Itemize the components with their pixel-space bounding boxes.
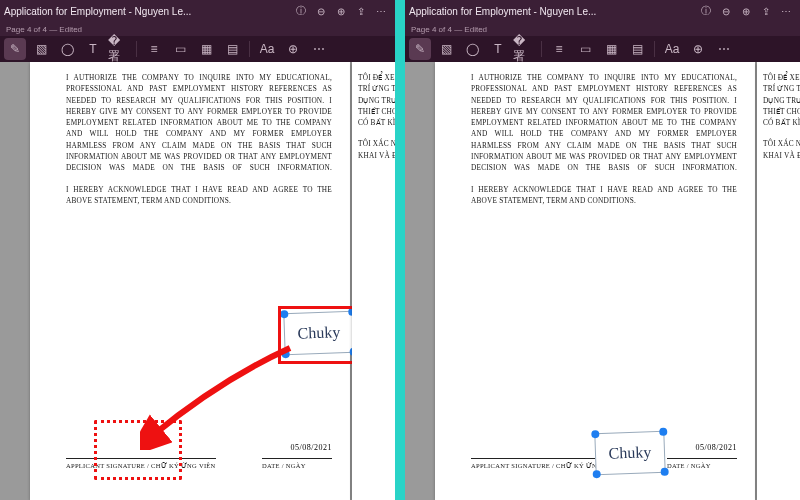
note-tool-icon[interactable]: ▭: [574, 38, 596, 60]
side-block: TÔI ĐỂ XEM XÉT KHẢ NĂ TRÍ ỨNG TUYỂN. ĐỒN…: [358, 72, 395, 128]
pen-tool-icon[interactable]: ✎: [409, 38, 431, 60]
info-icon[interactable]: ⓘ: [291, 1, 311, 21]
font-tool-icon[interactable]: Aa: [661, 38, 683, 60]
date-value: 05/08/2021: [696, 443, 737, 452]
markup-toolbar: ✎ ▧ ◯ T �署 ≡ ▭ ▦ ▤ Aa ⊕ ⋯: [405, 36, 800, 62]
grid-tool-icon[interactable]: ▦: [600, 38, 622, 60]
editor-pane-before: Application for Employment - Nguyen Le..…: [0, 0, 395, 500]
document-page[interactable]: I AUTHORIZE THE COMPANY TO INQUIRE INTO …: [30, 62, 350, 500]
document-body: I AUTHORIZE THE COMPANY TO INQUIRE INTO …: [66, 72, 332, 216]
canvas[interactable]: I AUTHORIZE THE COMPANY TO INQUIRE INTO …: [0, 62, 395, 500]
adjacent-page-text: TÔI ĐỂ XEM XÉT KHẢ NĂ TRÍ ỨNG TUYỂN. ĐỒN…: [763, 72, 800, 171]
text-tool-icon[interactable]: T: [82, 38, 104, 60]
shape-tool-icon[interactable]: ◯: [56, 38, 78, 60]
zoom-out-icon[interactable]: ⊖: [311, 1, 331, 21]
signature-text: Chuky: [608, 443, 651, 462]
text-tool-icon[interactable]: T: [487, 38, 509, 60]
toolbar-separator: [249, 41, 250, 57]
list-tool-icon[interactable]: ≡: [548, 38, 570, 60]
resize-handle-icon[interactable]: [661, 468, 669, 476]
zoom-out-icon[interactable]: ⊖: [716, 1, 736, 21]
grid-tool-icon[interactable]: ▦: [195, 38, 217, 60]
page-indicator: Page 4 of 4 — Edited: [405, 22, 800, 36]
window-title: Application for Employment - Nguyen Le..…: [409, 6, 696, 17]
toolbar-separator: [136, 41, 137, 57]
adjacent-page: TÔI ĐỂ XEM XÉT KHẢ NĂ TRÍ ỨNG TUYỂN. ĐỒN…: [352, 62, 395, 500]
signature-text: Chuky: [297, 323, 340, 342]
adjacent-page: TÔI ĐỂ XEM XÉT KHẢ NĂ TRÍ ỨNG TUYỂN. ĐỒN…: [757, 62, 800, 500]
resize-handle-icon[interactable]: [593, 470, 601, 478]
authorization-paragraph: I AUTHORIZE THE COMPANY TO INQUIRE INTO …: [471, 72, 737, 174]
crop-tool-icon[interactable]: ▧: [435, 38, 457, 60]
date-label: DATE / NGÀY: [667, 458, 737, 470]
share-icon[interactable]: ⇪: [756, 1, 776, 21]
note-tool-icon[interactable]: ▭: [169, 38, 191, 60]
shape-tool-icon[interactable]: ◯: [461, 38, 483, 60]
date-value: 05/08/2021: [291, 443, 332, 452]
font-tool-icon[interactable]: Aa: [256, 38, 278, 60]
adjacent-page-text: TÔI ĐỂ XEM XÉT KHẢ NĂ TRÍ ỨNG TUYỂN. ĐỒN…: [358, 72, 395, 171]
editor-pane-after: Application for Employment - Nguyen Le..…: [405, 0, 800, 500]
document-page[interactable]: I AUTHORIZE THE COMPANY TO INQUIRE INTO …: [435, 62, 755, 500]
window-titlebar: Application for Employment - Nguyen Le..…: [0, 0, 395, 22]
pen-tool-icon[interactable]: ✎: [4, 38, 26, 60]
window-titlebar: Application for Employment - Nguyen Le..…: [405, 0, 800, 22]
signature-object[interactable]: Chuky: [594, 431, 665, 475]
more-icon[interactable]: ⋯: [776, 1, 796, 21]
page-indicator: Page 4 of 4 — Edited: [0, 22, 395, 36]
side-block: TÔI XÁC NHẬN RẰNG T KHAI VÀ ĐIỀU KHOẢN N: [358, 138, 395, 161]
table-tool-icon[interactable]: ▤: [626, 38, 648, 60]
resize-handle-icon[interactable]: [282, 350, 290, 358]
acknowledge-paragraph: I HEREBY ACKNOWLEDGE THAT I HAVE READ AN…: [66, 184, 332, 207]
side-block: TÔI XÁC NHẬN RẰNG T KHAI VÀ ĐIỀU KHOẢN N: [763, 138, 800, 161]
date-label: DATE / NGÀY: [262, 458, 332, 470]
list-tool-icon[interactable]: ≡: [143, 38, 165, 60]
authorization-paragraph: I AUTHORIZE THE COMPANY TO INQUIRE INTO …: [66, 72, 332, 174]
window-title: Application for Employment - Nguyen Le..…: [4, 6, 291, 17]
resize-handle-icon[interactable]: [280, 310, 288, 318]
zoom-in-icon[interactable]: ⊕: [331, 1, 351, 21]
resize-handle-icon[interactable]: [659, 428, 667, 436]
crop-tool-icon[interactable]: ▧: [30, 38, 52, 60]
share-icon[interactable]: ⇪: [351, 1, 371, 21]
overflow-icon[interactable]: ⋯: [713, 38, 735, 60]
annotation-drop-target: [94, 420, 182, 480]
info-icon[interactable]: ⓘ: [696, 1, 716, 21]
add-tool-icon[interactable]: ⊕: [687, 38, 709, 60]
zoom-in-icon[interactable]: ⊕: [736, 1, 756, 21]
overflow-icon[interactable]: ⋯: [308, 38, 330, 60]
more-icon[interactable]: ⋯: [371, 1, 391, 21]
signature-tool-icon[interactable]: �署: [108, 38, 130, 60]
acknowledge-paragraph: I HEREBY ACKNOWLEDGE THAT I HAVE READ AN…: [471, 184, 737, 207]
signature-tool-icon[interactable]: �署: [513, 38, 535, 60]
add-tool-icon[interactable]: ⊕: [282, 38, 304, 60]
resize-handle-icon[interactable]: [591, 430, 599, 438]
signature-object[interactable]: Chuky: [283, 311, 354, 355]
table-tool-icon[interactable]: ▤: [221, 38, 243, 60]
canvas[interactable]: I AUTHORIZE THE COMPANY TO INQUIRE INTO …: [405, 62, 800, 500]
toolbar-separator: [541, 41, 542, 57]
toolbar-separator: [654, 41, 655, 57]
markup-toolbar: ✎ ▧ ◯ T �署 ≡ ▭ ▦ ▤ Aa ⊕ ⋯: [0, 36, 395, 62]
document-body: I AUTHORIZE THE COMPANY TO INQUIRE INTO …: [471, 72, 737, 216]
side-block: TÔI ĐỂ XEM XÉT KHẢ NĂ TRÍ ỨNG TUYỂN. ĐỒN…: [763, 72, 800, 128]
